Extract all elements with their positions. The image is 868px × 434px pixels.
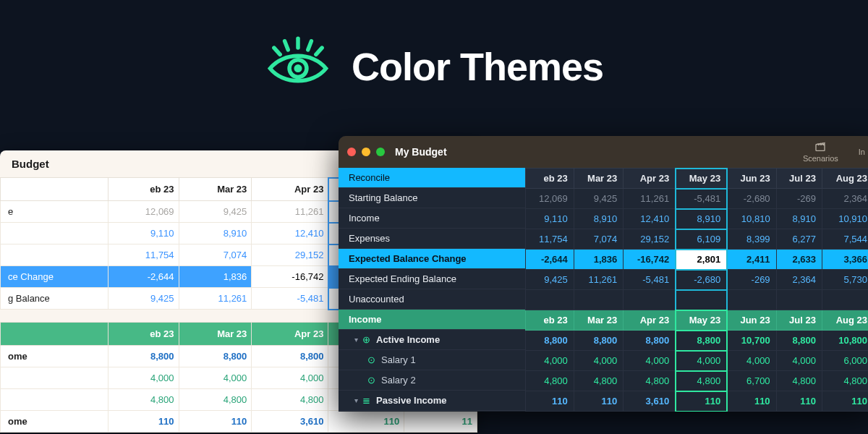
chevron-down-icon: ▾: [354, 336, 358, 344]
page-title: Color Themes: [352, 44, 603, 89]
ledger-row-label[interactable]: Expected Balance Change: [339, 249, 525, 269]
svg-line-1: [285, 41, 289, 50]
minimize-icon[interactable]: [362, 148, 370, 156]
ledger-row-label[interactable]: Expected Ending Balance: [339, 269, 525, 289]
income-category-icon: ⊕: [362, 334, 370, 345]
svg-point-6: [296, 67, 300, 71]
dark-window-title: My Budget: [395, 146, 447, 158]
ledger-row-label[interactable]: Starting Balance: [339, 188, 525, 208]
income-row-label[interactable]: ▾⊕Active Income: [339, 330, 525, 350]
income-row-label[interactable]: ⊙Salary 2: [339, 370, 525, 391]
close-icon[interactable]: [347, 148, 356, 156]
ledger-row-label[interactable]: Expenses: [339, 229, 525, 249]
income-section-header[interactable]: Income: [339, 310, 525, 330]
income-category-icon: ≣: [362, 395, 370, 406]
ledger-row-label[interactable]: Unaccounted: [339, 289, 525, 310]
money-icon: ⊙: [367, 354, 375, 365]
traffic-lights[interactable]: [347, 148, 385, 156]
scenarios-button[interactable]: Scenarios: [803, 141, 838, 163]
income-row-label[interactable]: ▾≣Passive Income: [339, 391, 525, 411]
clapperboard-icon: [814, 141, 826, 153]
svg-line-2: [308, 41, 312, 50]
svg-line-3: [274, 48, 280, 54]
chevron-down-icon: ▾: [354, 396, 358, 404]
dark-ledger-table: eb 23Mar 23Apr 23May 23Jun 23Jul 23Aug 2…: [525, 168, 868, 412]
eye-icon: [265, 32, 331, 101]
window-dark: My Budget Scenarios In ReconcileStarting…: [339, 136, 868, 412]
inspector-button[interactable]: In: [859, 148, 865, 156]
svg-line-4: [316, 48, 322, 54]
income-row-label[interactable]: ⊙Salary 1: [339, 350, 525, 370]
money-icon: ⊙: [367, 375, 375, 386]
dark-titlebar: My Budget Scenarios In: [339, 136, 868, 168]
ledger-row-label[interactable]: Income: [339, 208, 525, 229]
zoom-icon[interactable]: [376, 148, 385, 156]
tab-reconcile[interactable]: Reconcile: [339, 168, 525, 188]
